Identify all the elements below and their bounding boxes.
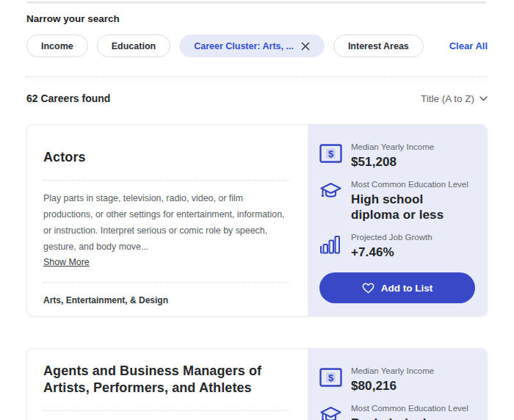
filter-chips-row: Income Education Career Cluster: Arts, .… [26, 35, 488, 57]
career-stats-panel: $ Median Yearly Income $80,216 [308, 349, 487, 420]
filter-chip-career-cluster[interactable]: Career Cluster: Arts, ... [179, 35, 325, 57]
filter-chip-label: Interest Areas [348, 41, 409, 51]
filter-chip-label: Income [41, 41, 73, 51]
career-category: Arts, Entertainment, & Design [43, 295, 289, 316]
results-count: 62 Careers found [26, 93, 110, 104]
filter-chip-label: Education [112, 41, 156, 51]
dollar-banknote-icon: $ [319, 142, 343, 170]
sort-dropdown[interactable]: Title (A to Z) [421, 93, 488, 104]
graduation-cap-icon [319, 403, 343, 420]
card-divider [43, 410, 289, 411]
career-stats-panel: $ Median Yearly Income $51,208 [308, 125, 487, 316]
stat-income: $ Median Yearly Income $80,216 [319, 366, 475, 394]
show-more-link[interactable]: Show More [43, 257, 90, 267]
stat-label: Median Yearly Income [351, 142, 434, 153]
stat-label: Median Yearly Income [351, 366, 434, 377]
svg-text:$: $ [328, 148, 334, 159]
add-to-list-button[interactable]: Add to List [319, 272, 475, 303]
card-divider [43, 180, 289, 181]
filter-chip-label: Career Cluster: Arts, ... [194, 41, 294, 51]
card-divider [43, 282, 289, 283]
stat-value: $80,216 [351, 378, 434, 394]
heart-outline-icon [362, 283, 374, 294]
bar-chart-icon [319, 232, 343, 260]
top-divider-shadow [26, 1, 486, 4]
stat-growth: Projected Job Growth +7.46% [319, 232, 475, 260]
filter-chip-income[interactable]: Income [26, 35, 88, 57]
stat-value: Bachelor's degree [351, 416, 468, 420]
stat-value: +7.46% [351, 245, 432, 260]
filter-chip-interest-areas[interactable]: Interest Areas [333, 35, 424, 57]
stat-label: Projected Job Growth [351, 232, 432, 243]
svg-text:$: $ [328, 372, 334, 383]
add-to-list-label: Add to List [381, 283, 433, 294]
chevron-down-icon [479, 96, 488, 101]
career-card-body: Actors Play parts in stage, television, … [27, 125, 308, 316]
career-title[interactable]: Agents and Business Managers of Artists,… [43, 363, 289, 397]
graduation-cap-icon [319, 179, 343, 222]
sort-label: Title (A to Z) [421, 93, 474, 104]
filter-chip-education[interactable]: Education [97, 35, 170, 57]
career-title[interactable]: Actors [43, 149, 289, 166]
clear-all-link[interactable]: Clear All [449, 40, 488, 51]
dollar-banknote-icon: $ [319, 366, 343, 394]
stat-label: Most Common Education Level [351, 403, 468, 414]
results-header-row: 62 Careers found Title (A to Z) [26, 93, 488, 104]
stat-education: Most Common Education Level High school … [319, 179, 475, 222]
stat-value: High school diploma or less [351, 192, 475, 222]
stat-value: $51,208 [351, 154, 434, 170]
career-search-results-page: Narrow your search Income Education Care… [0, 0, 514, 420]
stat-income: $ Median Yearly Income $51,208 [319, 142, 475, 170]
career-card-agents: Agents and Business Managers of Artists,… [26, 348, 488, 420]
section-divider [26, 76, 488, 77]
career-description: Play parts in stage, television, radio, … [43, 190, 289, 255]
career-card-actors: Actors Play parts in stage, television, … [26, 124, 488, 316]
stat-education: Most Common Education Level Bachelor's d… [319, 403, 475, 420]
stat-label: Most Common Education Level [351, 179, 475, 190]
close-x-icon[interactable] [301, 42, 310, 51]
career-card-body: Agents and Business Managers of Artists,… [27, 349, 308, 420]
